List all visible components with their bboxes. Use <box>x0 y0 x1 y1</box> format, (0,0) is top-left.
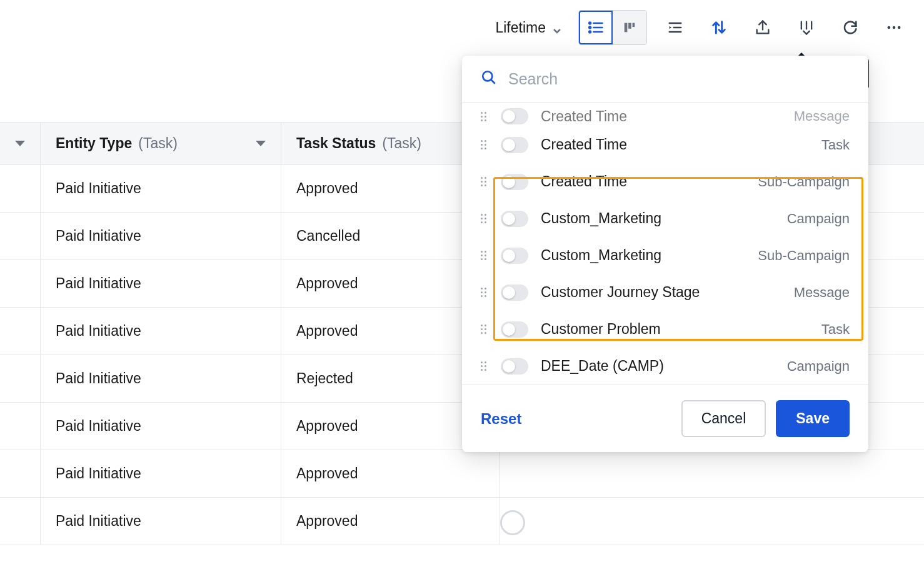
column-name: Created Time <box>541 136 809 153</box>
entity-cell: Paid Initiative <box>41 165 281 212</box>
list-icon <box>587 19 605 36</box>
table-row[interactable]: Paid InitiativeApproved <box>0 450 924 498</box>
entity-cell: Paid Initiative <box>41 355 281 402</box>
svg-point-4 <box>589 27 591 29</box>
panel-footer: Reset Cancel Save <box>462 385 868 452</box>
drag-handle-icon[interactable] <box>481 361 488 371</box>
column-name: Custom_Marketing <box>541 247 745 264</box>
drag-handle-icon[interactable] <box>481 112 488 121</box>
view-toggle <box>578 10 647 45</box>
search-icon <box>481 69 497 88</box>
search-input[interactable] <box>508 70 850 88</box>
top-toolbar: Lifetime <box>495 10 903 45</box>
more-icon <box>885 19 903 36</box>
column-category: Campaign <box>787 358 850 375</box>
chevron-down-icon <box>552 23 562 33</box>
column-option: Customer Journey StageMessage <box>462 274 868 311</box>
more-button[interactable] <box>885 18 903 37</box>
row-cell <box>0 213 41 259</box>
column-category: Task <box>821 137 850 153</box>
manage-columns-button[interactable] <box>797 18 816 37</box>
column-name: Customer Problem <box>541 321 809 338</box>
drag-handle-icon[interactable] <box>481 140 488 149</box>
row-cell <box>0 450 41 497</box>
column-toggle[interactable] <box>501 174 528 190</box>
caret-down-icon <box>15 141 25 146</box>
list-view-button[interactable] <box>579 11 613 44</box>
column-name: DEE_Date (CAMP) <box>541 358 775 375</box>
column-option: Created TimeMessage <box>462 106 868 126</box>
board-view-button[interactable] <box>613 11 646 44</box>
row-cell <box>0 403 41 450</box>
timeframe-label: Lifetime <box>495 19 546 36</box>
indent-icon <box>666 19 684 36</box>
entity-cell: Paid Initiative <box>41 498 281 545</box>
row-cell <box>0 260 41 307</box>
column-filter-first[interactable] <box>0 123 41 164</box>
row-cell <box>0 355 41 402</box>
drag-handle-icon[interactable] <box>481 288 488 297</box>
entity-cell: Paid Initiative <box>41 403 281 450</box>
entity-cell: Paid Initiative <box>41 260 281 307</box>
refresh-icon <box>841 19 859 36</box>
svg-rect-8 <box>633 23 635 27</box>
manage-columns-panel: Created TimeMessageCreated TimeTaskCreat… <box>462 56 868 452</box>
column-option: Customer ProblemTask <box>462 311 868 348</box>
timeframe-dropdown[interactable]: Lifetime <box>495 19 562 36</box>
refresh-button[interactable] <box>841 18 860 37</box>
svg-point-15 <box>888 26 891 29</box>
svg-point-16 <box>893 26 896 29</box>
sort-icon <box>710 19 728 36</box>
columns-list[interactable]: Created TimeMessageCreated TimeTaskCreat… <box>462 103 868 385</box>
column-option: Created TimeTask <box>462 126 868 163</box>
drag-handle-icon[interactable] <box>481 251 488 260</box>
export-button[interactable] <box>753 18 772 37</box>
column-toggle[interactable] <box>501 284 528 301</box>
save-button[interactable]: Save <box>776 400 850 437</box>
cancel-button[interactable]: Cancel <box>681 400 766 437</box>
column-toggle[interactable] <box>501 211 528 227</box>
svg-rect-7 <box>628 23 631 29</box>
column-category: Sub-Campaign <box>758 174 850 190</box>
drag-handle-icon[interactable] <box>481 214 488 223</box>
columns-icon <box>798 19 815 36</box>
entity-cell: Paid Initiative <box>41 213 281 259</box>
svg-rect-6 <box>625 23 628 33</box>
export-icon <box>754 19 771 36</box>
column-toggle[interactable] <box>501 248 528 264</box>
drag-handle-icon[interactable] <box>481 177 488 186</box>
panel-search <box>462 56 868 103</box>
indent-button[interactable] <box>666 18 685 37</box>
column-category: Campaign <box>787 211 850 227</box>
svg-point-3 <box>589 23 591 24</box>
column-header-entity-type[interactable]: Entity Type (Task) <box>41 123 281 164</box>
column-name: Custom_Marketing <box>541 210 775 227</box>
status-cell: Approved <box>281 498 500 545</box>
column-name: Created Time <box>541 108 781 125</box>
status-cell: Approved <box>281 450 500 497</box>
column-category: Task <box>821 321 850 338</box>
column-toggle[interactable] <box>501 358 528 375</box>
svg-point-18 <box>483 71 492 81</box>
svg-line-19 <box>491 79 495 84</box>
column-category: Sub-Campaign <box>758 248 850 264</box>
row-cell <box>0 308 41 355</box>
column-option: Created TimeSub-Campaign <box>462 163 868 200</box>
sort-button[interactable] <box>710 18 728 37</box>
table-row[interactable]: Paid InitiativeApproved <box>0 498 924 545</box>
background-row-peek <box>500 510 525 535</box>
column-toggle[interactable] <box>501 137 528 153</box>
board-icon <box>623 21 636 34</box>
svg-point-5 <box>589 31 591 33</box>
column-name: Customer Journey Stage <box>541 284 781 301</box>
column-category: Message <box>794 108 850 124</box>
caret-down-icon <box>256 141 266 146</box>
drag-handle-icon[interactable] <box>481 325 488 334</box>
column-option: DEE_Date (CAMP)Campaign <box>462 348 868 385</box>
row-cell <box>0 498 41 545</box>
entity-cell: Paid Initiative <box>41 450 281 497</box>
column-toggle[interactable] <box>501 108 528 124</box>
column-category: Message <box>794 284 850 301</box>
column-toggle[interactable] <box>501 321 528 338</box>
reset-button[interactable]: Reset <box>481 410 521 428</box>
